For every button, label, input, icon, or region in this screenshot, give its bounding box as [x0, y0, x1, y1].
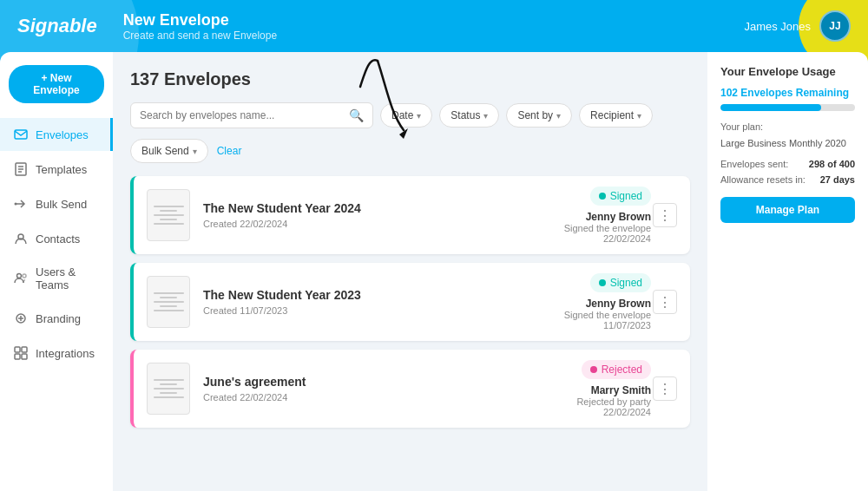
manage-plan-button[interactable]: Manage Plan [720, 197, 855, 223]
avatar[interactable]: JJ [819, 10, 851, 42]
chevron-down-icon: ▾ [483, 111, 488, 121]
clear-button[interactable]: Clear [217, 145, 242, 157]
actions-row: Bulk Send ▾ Clear [130, 139, 690, 163]
search-input[interactable] [140, 109, 349, 121]
header: Signable New Envelope Create and send a … [0, 0, 868, 52]
more-options-button[interactable]: ⋮ [653, 203, 677, 227]
allowance-row: Allowance resets in: 27 days [720, 174, 855, 185]
app-container: Signable New Envelope Create and send a … [0, 0, 868, 491]
envelope-status: Signed Jenny Brown Signed the envelope 1… [529, 273, 651, 331]
allowance-value: 27 days [820, 174, 855, 185]
recipient-date: 22/02/2024 [529, 407, 651, 417]
branding-icon [13, 311, 29, 326]
svg-rect-1 [15, 130, 27, 139]
filters-row: 🔍 Date ▾ Status ▾ Sent by ▾ Recipient ▾ [130, 102, 690, 128]
progress-bar [720, 104, 855, 111]
svg-rect-14 [22, 354, 27, 359]
contacts-icon [13, 231, 29, 246]
envelope-status: Signed Jenny Brown Signed the envelope 2… [529, 187, 651, 244]
envelope-info: June's agreement Created 22/02/2024 [203, 375, 529, 403]
recipient-date: 22/02/2024 [529, 233, 651, 244]
envelope-info: The New Student Year 2024 Created 22/02/… [203, 201, 529, 229]
sidebar-item-label: Users & Teams [36, 265, 100, 291]
main-content: 137 Envelopes 🔍 Date ▾ Status ▾ Sent by [113, 52, 707, 491]
bulk-send-button[interactable]: Bulk Send ▾ [130, 139, 208, 163]
logo: Signable [17, 15, 97, 37]
envelope-status: Rejected Marry Smith Rejected by party 2… [529, 360, 651, 417]
status-badge: Signed [590, 273, 651, 292]
table-row: The New Student Year 2023 Created 11/07/… [130, 263, 690, 341]
chevron-down-icon: ▾ [417, 111, 421, 121]
body: + New Envelope Envelopes [0, 52, 868, 491]
svg-rect-11 [15, 347, 20, 352]
chevron-down-icon: ▾ [556, 111, 561, 121]
envelopes-sent-value: 298 of 400 [809, 159, 855, 169]
search-button[interactable]: 🔍 [349, 108, 364, 122]
envelope-date: Created 22/02/2024 [203, 219, 529, 229]
new-envelope-button[interactable]: + New Envelope [9, 65, 104, 103]
svg-point-9 [23, 274, 26, 278]
more-options-button[interactable]: ⋮ [653, 376, 677, 401]
sidebar-item-integrations[interactable]: Integrations [0, 337, 113, 370]
svg-point-8 [17, 274, 22, 278]
right-panel: Your Envelope Usage 102 Envelopes Remain… [707, 52, 868, 491]
envelope-icon [13, 127, 29, 142]
status-badge: Signed [590, 187, 651, 206]
recipient-filter[interactable]: Recipient ▾ [579, 103, 653, 128]
sidebar-item-label: Templates [36, 163, 87, 176]
envelope-thumbnail [147, 189, 190, 241]
envelope-thumbnail [147, 276, 190, 328]
sidebar-item-envelopes[interactable]: Envelopes [0, 118, 113, 151]
envelope-thumbnail [147, 363, 190, 415]
envelope-name: June's agreement [203, 375, 529, 389]
envelope-info: The New Student Year 2023 Created 11/07/… [203, 288, 529, 316]
chevron-down-icon: ▾ [193, 147, 197, 156]
page-title: New Envelope [123, 11, 745, 29]
user-area: James Jones JJ [744, 10, 851, 42]
logo-text: Signable [17, 15, 97, 37]
svg-rect-13 [15, 354, 20, 359]
sidebar: + New Envelope Envelopes [0, 52, 113, 491]
recipient-action: Rejected by party [529, 396, 651, 407]
page-header: 137 Envelopes [130, 69, 690, 89]
remaining-label: 102 Envelopes Remaining [720, 87, 855, 99]
envelope-name: The New Student Year 2023 [203, 288, 529, 302]
recipient-name: Jenny Brown [529, 298, 651, 310]
sidebar-item-label: Envelopes [36, 128, 89, 141]
sidebar-item-users-teams[interactable]: Users & Teams [0, 257, 113, 300]
recipient-action: Signed the envelope [529, 223, 651, 233]
sidebar-item-label: Contacts [36, 232, 80, 245]
sidebar-item-contacts[interactable]: Contacts [0, 222, 113, 255]
user-name: James Jones [744, 20, 811, 33]
plan-row: Your plan: [720, 121, 855, 132]
date-filter[interactable]: Date ▾ [380, 103, 432, 128]
sidebar-item-templates[interactable]: Templates [0, 153, 113, 186]
templates-icon [13, 161, 29, 177]
sidebar-item-bulk-send[interactable]: Bulk Send [0, 187, 113, 220]
more-options-button[interactable]: ⋮ [653, 290, 677, 314]
recipient-name: Jenny Brown [529, 211, 651, 223]
search-box[interactable]: 🔍 [130, 102, 373, 128]
sent-by-filter[interactable]: Sent by ▾ [506, 103, 572, 128]
header-title-area: New Envelope Create and send a new Envel… [123, 11, 745, 42]
status-dot [599, 193, 606, 200]
envelope-name: The New Student Year 2024 [203, 201, 529, 215]
table-row: The New Student Year 2024 Created 22/02/… [130, 176, 690, 254]
integrations-icon [13, 345, 29, 361]
status-dot [590, 366, 597, 373]
envelope-count: 137 Envelopes [130, 69, 251, 89]
chevron-down-icon: ▾ [637, 111, 641, 121]
sidebar-item-label: Branding [36, 312, 81, 325]
envelopes-sent-row: Envelopes sent: 298 of 400 [720, 159, 855, 169]
page-subtitle: Create and send a new Envelope [123, 29, 745, 42]
envelope-list: The New Student Year 2024 Created 22/02/… [130, 176, 690, 428]
sidebar-item-label: Integrations [36, 347, 95, 360]
envelope-date: Created 11/07/2023 [203, 305, 529, 316]
progress-bar-fill [720, 104, 821, 111]
users-icon [13, 271, 29, 286]
svg-point-6 [15, 203, 17, 206]
status-filter[interactable]: Status ▾ [439, 103, 499, 128]
sidebar-item-branding[interactable]: Branding [0, 302, 113, 335]
table-row: June's agreement Created 22/02/2024 Reje… [130, 350, 690, 428]
recipient-action: Signed the envelope [529, 310, 651, 320]
